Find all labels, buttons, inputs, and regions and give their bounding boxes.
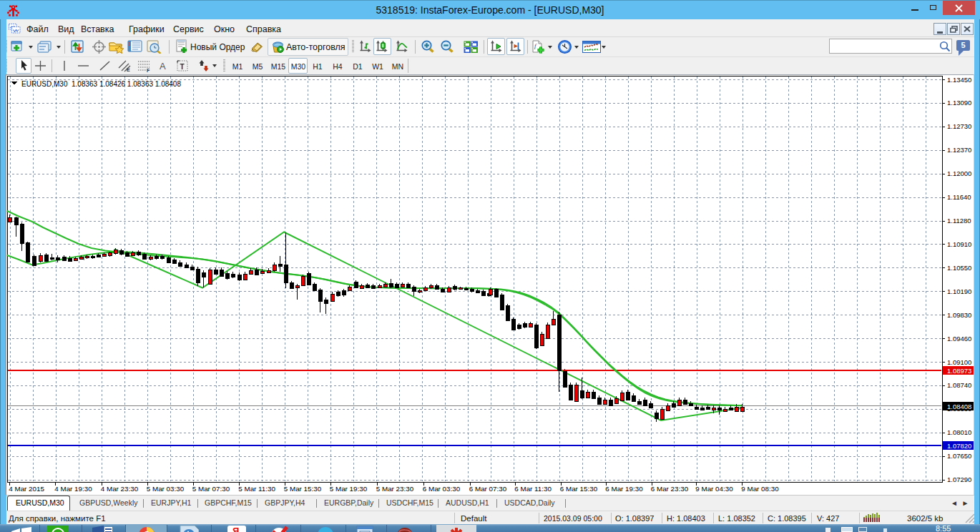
svg-text:E: E — [127, 67, 130, 72]
svg-text:6 Mar 11:30: 6 Mar 11:30 — [514, 485, 552, 493]
svg-text:6 Mar 19:30: 6 Mar 19:30 — [605, 485, 643, 493]
svg-text:5 Mar 23:30: 5 Mar 23:30 — [376, 485, 414, 493]
svg-text:S: S — [322, 529, 329, 532]
svg-text:5 Mar 03:30: 5 Mar 03:30 — [147, 485, 185, 493]
svg-text:6 Mar 15:30: 6 Mar 15:30 — [560, 485, 598, 493]
svg-text:T: T — [180, 63, 185, 71]
svg-text:6 Mar 03:30: 6 Mar 03:30 — [423, 485, 461, 493]
svg-text:1.12730: 1.12730 — [947, 122, 971, 130]
svg-text:1.09830: 1.09830 — [947, 311, 971, 319]
svg-text:1.11640: 1.11640 — [947, 193, 971, 201]
svg-text:1.12000: 1.12000 — [947, 169, 971, 177]
svg-text:1.08973: 1.08973 — [947, 367, 971, 375]
svg-text:1.07650: 1.07650 — [947, 452, 971, 460]
svg-text:5 Mar 19:30: 5 Mar 19:30 — [330, 485, 368, 493]
svg-text:1.10190: 1.10190 — [947, 287, 971, 295]
svg-text:1.07820: 1.07820 — [947, 442, 971, 450]
svg-text:9 Mar 04:30: 9 Mar 04:30 — [695, 485, 733, 493]
svg-text:5 Mar 15:30: 5 Mar 15:30 — [284, 485, 322, 493]
svg-text:1.09460: 1.09460 — [947, 335, 971, 343]
svg-text:1.07290: 1.07290 — [947, 476, 971, 483]
svg-text:1.13090: 1.13090 — [947, 99, 971, 107]
svg-text:4 Mar 19:30: 4 Mar 19:30 — [54, 485, 92, 493]
svg-text:1.10550: 1.10550 — [947, 264, 971, 272]
svg-text:6 Mar 23:30: 6 Mar 23:30 — [651, 485, 689, 493]
svg-text:F: F — [147, 68, 150, 72]
svg-text:1.12370: 1.12370 — [947, 146, 971, 154]
svg-text:1.10910: 1.10910 — [947, 240, 971, 248]
svg-text:6 Mar 07:30: 6 Mar 07:30 — [469, 485, 507, 493]
svg-text:1.08408: 1.08408 — [947, 403, 971, 410]
svg-text:9 Mar 08:30: 9 Mar 08:30 — [741, 485, 779, 493]
svg-text:4 Mar 23:30: 4 Mar 23:30 — [101, 485, 139, 493]
svg-text:EURUSD,M30 1.08363 1.08426 1.: EURUSD,M30 1.08363 1.08426 1.08363 1.084… — [21, 80, 181, 88]
svg-text:5 Mar 07:30: 5 Mar 07:30 — [192, 485, 230, 493]
svg-text:1.11280: 1.11280 — [947, 217, 971, 225]
svg-text:1.08010: 1.08010 — [947, 428, 971, 436]
svg-text:1.09100: 1.09100 — [947, 358, 971, 366]
svg-text:1.13450: 1.13450 — [947, 76, 971, 84]
svg-text:1.08740: 1.08740 — [947, 381, 971, 389]
svg-text:5 Mar 11:30: 5 Mar 11:30 — [238, 485, 275, 493]
svg-text:4 Mar 2015: 4 Mar 2015 — [9, 485, 44, 493]
